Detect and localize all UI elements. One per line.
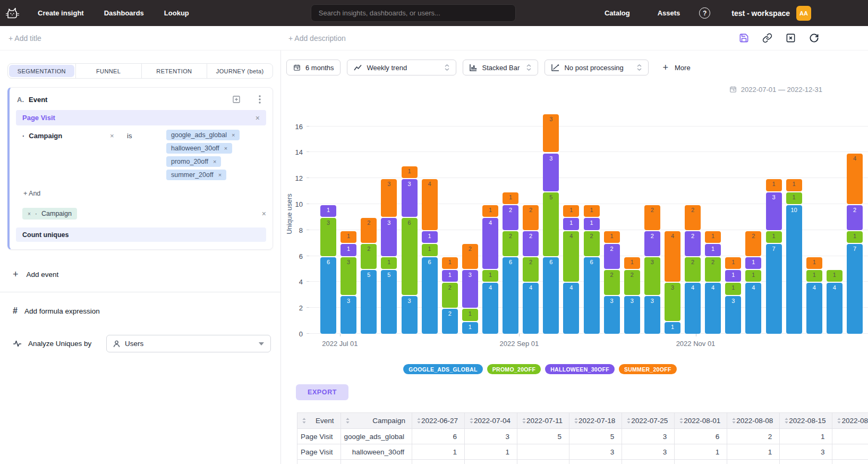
nav-link-lookup[interactable]: Lookup xyxy=(164,9,189,17)
tab-funnel[interactable]: FUNNEL xyxy=(75,64,141,78)
bar-segment-value: 3 xyxy=(644,257,660,265)
analyze-row: Analyze Uniques by Users xyxy=(13,335,271,352)
add-filter-icon[interactable] xyxy=(231,94,242,105)
nav-link-assets[interactable]: Assets xyxy=(658,9,680,17)
date-range-button[interactable]: 6 months xyxy=(286,60,341,75)
search-input[interactable] xyxy=(311,4,516,22)
bar-segment-promo-20off-2022-08-22: 1 xyxy=(482,270,498,282)
sort-icon[interactable] xyxy=(574,417,578,424)
sort-icon[interactable] xyxy=(416,417,421,424)
nav-link-dashboards[interactable]: Dashboards xyxy=(104,9,144,17)
filter-operator[interactable]: is xyxy=(124,130,166,140)
column-header-2022-08-08[interactable]: 2022-08-08 xyxy=(727,413,780,429)
legend-pill-google-ads-global[interactable]: GOOGLE_ADS_GLOBAL xyxy=(403,364,482,374)
event-index: A. xyxy=(17,96,24,104)
remove-filter-icon[interactable]: × xyxy=(110,130,124,140)
filter-value-chip-halloween-30off[interactable]: halloween_30off× xyxy=(166,143,232,154)
legend-pill-promo-20off[interactable]: PROMO_20OFF xyxy=(487,364,541,374)
column-header-2022-08-01[interactable]: 2022-08-01 xyxy=(675,413,727,429)
filter-value-chip-summer-20off[interactable]: summer_20off× xyxy=(166,170,226,180)
column-header-inner: 2022-08-01 xyxy=(679,417,720,425)
filter-value-chip-google-ads-global[interactable]: google_ads_global× xyxy=(166,130,240,140)
remove-value-icon[interactable]: × xyxy=(218,172,222,178)
sort-icon[interactable] xyxy=(302,417,307,424)
analyze-by-select[interactable]: Users xyxy=(106,335,271,352)
bar-segment-value: 3 xyxy=(381,179,397,187)
add-formula-button[interactable]: # Add formula expression xyxy=(13,306,100,316)
kebab-menu-icon[interactable] xyxy=(254,94,265,105)
remove-breakdown-row-icon[interactable]: × xyxy=(262,210,266,217)
add-description-placeholder[interactable]: + Add description xyxy=(288,34,346,43)
column-header-2022-07-25[interactable]: 2022-07-25 xyxy=(622,413,675,429)
bar-segment-google-ads-global-2022-12-19: 4 xyxy=(827,283,843,334)
column-header-2022-06-27[interactable]: 2022-06-27 xyxy=(412,413,464,429)
bar-segment-halloween-30off-2022-10-03: 2 xyxy=(604,244,620,269)
sort-icon[interactable] xyxy=(679,417,684,424)
remove-value-icon[interactable]: × xyxy=(224,145,227,151)
column-header-campaign[interactable]: Campaign xyxy=(341,413,412,429)
close-square-icon[interactable] xyxy=(785,33,796,44)
trend-select[interactable]: Weekly trend xyxy=(347,60,456,75)
column-header-2022-08-22[interactable]: 2022-08-22 xyxy=(832,413,868,429)
bar-segment-google-ads-global-2022-08-29: 6 xyxy=(503,257,518,334)
nav-link-create-insight[interactable]: Create insight xyxy=(38,9,84,17)
bar-segment-value: 3 xyxy=(644,296,660,304)
avatar[interactable]: AA xyxy=(796,6,811,21)
column-header-2022-07-18[interactable]: 2022-07-18 xyxy=(569,413,622,429)
sort-icon[interactable] xyxy=(522,417,526,424)
add-title-placeholder[interactable]: + Add title xyxy=(8,34,41,43)
bar-segment-google-ads-global-2022-09-26: 6 xyxy=(584,257,600,334)
remove-event-icon[interactable]: × xyxy=(256,114,260,122)
remove-breakdown-icon[interactable]: × xyxy=(28,211,31,217)
bar-segment-value: 3 xyxy=(462,270,478,278)
workspace-name[interactable]: test - workspace xyxy=(731,9,790,18)
bar-segment-google-ads-global-2022-12-26: 7 xyxy=(847,244,863,334)
add-condition-button[interactable]: + And xyxy=(23,190,40,197)
column-header-2022-08-15[interactable]: 2022-08-15 xyxy=(780,413,832,429)
bar-segment-value: 1 xyxy=(503,192,518,200)
save-icon[interactable] xyxy=(738,33,749,44)
bar-segment-value: 2 xyxy=(361,218,377,226)
y-tick-mark xyxy=(307,230,309,230)
bar-segment-value: 2 xyxy=(644,231,660,239)
sort-icon[interactable] xyxy=(469,417,474,424)
filter-property[interactable]: Campaign xyxy=(29,132,62,140)
sort-icon[interactable] xyxy=(837,417,841,424)
sort-icon[interactable] xyxy=(784,417,789,424)
aggregation-selector[interactable]: Count uniques xyxy=(16,227,266,242)
remove-value-icon[interactable]: × xyxy=(213,158,216,165)
refresh-icon[interactable] xyxy=(809,33,819,44)
bar-segment-summer-20off-2022-08-08: 1 xyxy=(442,257,458,269)
filter-value-chip-promo-20off[interactable]: promo_20off× xyxy=(166,156,221,167)
table-cell xyxy=(297,460,341,464)
column-header-2022-07-04[interactable]: 2022-07-04 xyxy=(464,413,517,429)
sort-icon[interactable] xyxy=(345,417,350,424)
bar-segment-halloween-30off-2022-07-04: 1 xyxy=(341,244,356,256)
column-header-2022-07-11[interactable]: 2022-07-11 xyxy=(517,413,569,429)
breakdown-chip[interactable]: × · Campaign xyxy=(22,208,77,220)
column-header-event[interactable]: Event xyxy=(297,413,341,429)
more-button[interactable]: + More xyxy=(662,62,690,73)
chart-type-select[interactable]: Stacked Bar xyxy=(463,60,538,75)
event-name[interactable]: Page Visit xyxy=(22,114,55,122)
tab-segmentation[interactable]: SEGMENTATION xyxy=(9,65,74,77)
event-type-label: Event xyxy=(29,96,47,104)
legend-pill-summer-20off[interactable]: SUMMER_20OFF xyxy=(619,364,677,374)
nav-link-catalog[interactable]: Catalog xyxy=(605,9,630,17)
export-button[interactable]: EXPORT xyxy=(296,384,348,400)
remove-value-icon[interactable]: × xyxy=(232,132,235,138)
add-event-button[interactable]: + Add event xyxy=(13,269,58,280)
bar-segment-value: 4 xyxy=(847,154,863,162)
bar-segment-value: 1 xyxy=(482,270,498,278)
tab-journey-beta[interactable]: JOURNEY (beta) xyxy=(207,64,273,78)
bar-segment-halloween-30off-2022-08-22: 4 xyxy=(482,218,498,269)
bar-segment-value: 1 xyxy=(725,257,741,265)
help-icon[interactable]: ? xyxy=(699,7,710,19)
sort-icon[interactable] xyxy=(731,417,736,424)
tab-retention[interactable]: RETENTION xyxy=(141,64,207,78)
post-processing-select[interactable]: No post processing xyxy=(544,60,649,75)
sort-icon[interactable] xyxy=(626,417,631,424)
legend-pill-halloween-30off[interactable]: HALLOWEEN_30OFF xyxy=(545,364,615,374)
link-icon[interactable] xyxy=(762,33,772,44)
app-logo-cat-icon[interactable] xyxy=(5,7,20,20)
